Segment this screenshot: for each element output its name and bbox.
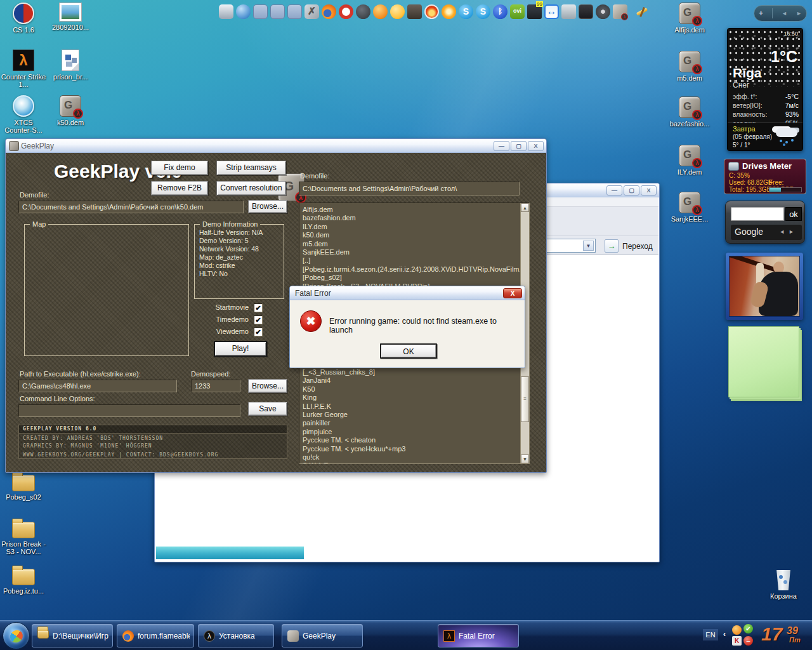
list-item[interactable]: Pycckue TM. < cheaton [299,436,520,444]
dialog-titlebar[interactable]: Fatal Error X [290,286,525,300]
list-item[interactable]: LLI.P.E.K [299,402,520,411]
sticky-note-widget[interactable] [728,326,799,397]
list-item[interactable]: ILY.dem [299,223,529,231]
strip-teamsays-button[interactable]: Strip teamsays [216,161,286,175]
desktop-folder-pobeg-iz-tu[interactable]: Pobeg.iz.tu... [0,569,47,595]
maximize-button[interactable]: ▢ [624,185,639,196]
fix-demo-button[interactable]: Fix demo [151,161,208,175]
list-item[interactable]: m5.dem [299,240,529,248]
list-item[interactable]: S.W.A.T [299,461,520,464]
firefox-icon[interactable] [322,4,336,19]
list-item[interactable]: qu!ck [299,453,520,461]
weather-widget[interactable]: 16:50 1°C Rīga Снег эфф. t°:-5°C ветер[Ю… [727,28,803,151]
ovi-suite-icon[interactable]: ovi [510,4,525,19]
list-item[interactable]: pimpjuice [299,428,520,436]
black-console-icon[interactable] [579,4,593,19]
amber-ball-icon[interactable] [390,4,405,19]
go-arrow-icon[interactable]: → [605,239,619,253]
desktop-icon-prison-br[interactable]: prison_br... [47,50,94,81]
minimize-button[interactable]: — [494,141,509,151]
ok-button[interactable]: OK [380,343,437,359]
system-monitor-99-icon[interactable]: 99 [527,4,542,19]
exec-path-field[interactable]: C:\Games\cs48\hl.exe [18,380,177,392]
maximize-button[interactable]: ▢ [511,141,527,151]
gold-pickaxe-icon[interactable] [635,4,650,19]
cmd-options-field[interactable] [18,404,240,417]
sun-ball-icon[interactable] [442,4,456,19]
list-item[interactable]: Lurker George [299,411,520,419]
close-button[interactable]: X [641,185,657,196]
list-item[interactable]: Pycckue TM. < ycneHckuu*+mp3 [299,445,520,453]
desktop-folder-pobeg-s02[interactable]: Pobeg_s02 [0,475,47,501]
taskbar-item-firefox[interactable]: forum.flameable.... [117,624,194,647]
internet-globe-icon[interactable] [236,4,251,19]
scroll-up-button[interactable]: ▲ [521,203,529,212]
desktop-icon-ily-dem[interactable]: Gλ ILY.dem [666,145,713,176]
start-button[interactable] [3,622,30,649]
folder-c-icon[interactable] [287,4,302,19]
list-item[interactable]: Alfijs.dem [299,206,529,214]
google-search-input[interactable] [731,207,784,221]
taskbar-item-explorer[interactable]: D:\Вещички\Игр... [32,624,113,647]
demofile-field[interactable]: C:\Documents and Settings\Admin\Рабочий … [18,201,244,213]
skype-icon[interactable]: S [459,4,473,19]
repair-tools-icon[interactable]: ✗ [304,4,319,19]
tray-update-ok-icon[interactable]: ✔ [743,624,753,633]
list-item[interactable]: K50 [299,385,520,394]
desktop-icon-sanjkeee-dem[interactable]: Gλ SanjkEEE... [666,192,713,223]
desktop-icon-photo-28092010[interactable]: 28092010... [47,3,94,31]
browse-demofile-button[interactable]: Browse... [248,200,287,213]
tray-kaspersky-icon[interactable]: K [732,636,742,646]
add-widget-button[interactable]: + [759,9,763,18]
list-item[interactable]: [..] [299,256,529,265]
folder-b-icon[interactable] [270,4,285,19]
list-item[interactable]: k50.dem [299,231,529,239]
scroll-thumb[interactable]: ≡ [521,376,529,422]
viewdemo-checkbox[interactable]: ✔ [254,328,263,336]
demospeed-field[interactable]: 1233 [191,380,240,392]
photo-frame-widget[interactable] [726,253,803,320]
desktop-icon-cs16[interactable]: CS 1.6 [0,3,47,34]
list-item[interactable]: JanJani4 [299,376,520,385]
list-item[interactable]: [Pobeg_s02] [299,274,529,282]
taskbar-item-geekplay[interactable]: GeekPlay [282,624,363,647]
list-item[interactable]: [_<3_Russian_chiks_8] [299,368,520,376]
google-ok-button[interactable]: ok [785,207,802,221]
record-disc-icon[interactable] [596,4,610,19]
desktop-icon-bazefashion-dem[interactable]: Gλ bazefashio... [666,96,713,128]
minimize-button[interactable]: — [606,185,622,196]
go-button-label[interactable]: Переход [622,242,653,251]
tray-agent-icon[interactable] [732,625,742,635]
desktop-folder-prison-break[interactable]: Prison Break - S3 - NOV... [0,522,47,555]
desktop-icon-k50-dem[interactable]: Gλ k50.dem [47,95,94,126]
remove-f2b-button[interactable]: Remove F2B [151,181,208,196]
opera-icon[interactable] [339,4,353,19]
close-button[interactable]: X [528,141,544,151]
my-computer-icon[interactable] [219,4,233,19]
desktop-icon-xtcs[interactable]: XTCS Counter-S... [0,95,47,134]
desktop-icon-alfijs-dem[interactable]: Gλ Alfijs.dem [666,3,713,34]
list-item[interactable]: [Pobeg.iz.turmi.4.sezon.(24.serii.iz.24)… [299,265,529,274]
next-widget-button[interactable]: ► [796,10,802,17]
close-button[interactable]: X [503,288,522,298]
fortune-ball-icon[interactable] [373,4,388,19]
demofile-dir-field[interactable]: C:\Documents and Settings\Admin\Рабочий … [299,182,520,196]
bluetooth-icon[interactable]: ᛒ [493,4,508,19]
taskbar-clock[interactable]: 17 39 Пт [761,623,811,645]
folder-a-icon[interactable] [253,4,268,19]
save-button[interactable]: Save [248,402,287,416]
timedemo-checkbox[interactable]: ✔ [254,315,263,324]
desktop-icon-m5-dem[interactable]: Gλ m5.dem [666,51,713,82]
play-button[interactable]: Play! [214,341,267,357]
list-item[interactable]: SanjkEEE.dem [299,248,529,256]
desktop-icon-recycle-bin[interactable]: Корзина [760,570,807,600]
drives-meter-widget[interactable]: Drives Meter C: 35% Used: 68.82GB Free: … [724,159,806,194]
teamviewer-icon[interactable]: ↔ [544,4,559,19]
geekplay-titlebar[interactable]: GeekPlay — ▢ X [6,139,546,153]
nero-burn-icon[interactable] [424,4,439,19]
desktop-icon-counter-strike[interactable]: λ Counter Strike 1... [0,50,47,88]
list-item[interactable]: painkiller [299,419,520,427]
engine-prev-next-arrows[interactable]: ◄► [779,225,798,239]
browse-exec-button[interactable]: Browse... [248,379,287,393]
startmovie-checkbox[interactable]: ✔ [254,303,263,312]
